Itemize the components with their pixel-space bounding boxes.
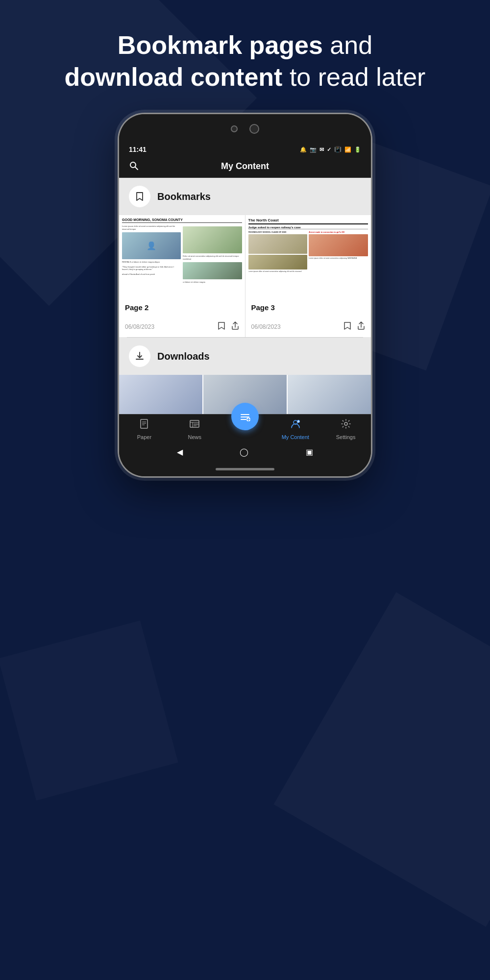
search-button[interactable]	[129, 161, 139, 172]
status-icons: 🔔 📷 ✉ ✓ 📳 📶 🔋	[300, 146, 361, 153]
wifi-icon: 📶	[344, 147, 351, 153]
np-text3: "They thought I would either go bankrupt…	[122, 266, 181, 271]
np3-col-right: Arrest made in connection to girl's OD L…	[309, 231, 368, 273]
vibrate-icon: 📳	[334, 146, 342, 153]
bookmarks-icon	[129, 186, 150, 207]
status-time: 11:41	[129, 146, 147, 153]
app-body: Bookmarks GOOD MORNING, SONOMA COUNTY Lo…	[119, 178, 371, 442]
newspaper-page3-preview: The North Coast Judge asked to reopen ra…	[245, 215, 371, 298]
volume-up-button	[118, 202, 118, 232]
news-nav-label: News	[188, 434, 201, 440]
bookmarks-title: Bookmarks	[157, 191, 211, 202]
card-thumbnail-page3: The North Coast Judge asked to reopen ra…	[245, 215, 371, 298]
np-text4: ahead of Santa Ana's front from perch	[122, 273, 181, 276]
check-icon: ✓	[327, 147, 331, 153]
back-button[interactable]: ◀	[177, 447, 183, 457]
nav-item-news[interactable]: News	[170, 418, 220, 440]
np3-masthead: The North Coast	[248, 218, 368, 224]
svg-line-1	[135, 167, 138, 170]
card-date-page3: 06/08/2023	[251, 323, 281, 330]
downloads-section-header: Downloads	[119, 338, 371, 375]
dl-thumb-1	[119, 375, 202, 414]
card-date-page2: 06/08/2023	[125, 323, 154, 330]
email-icon: ✉	[319, 147, 324, 153]
page-wrapper: Bookmark pages and download content to r…	[0, 0, 490, 980]
nav-item-settings[interactable]: Settings	[320, 418, 371, 440]
np3-text2: Lorem ipsum dolor sit amet consectetur a…	[309, 257, 368, 260]
np3-crowd-img2	[248, 255, 308, 270]
home-button[interactable]: ◯	[240, 447, 248, 457]
np3-crowd-img	[248, 234, 308, 254]
card-footer-page3: Page 3 06/08/2023	[245, 298, 371, 337]
card-thumbnail-page2: GOOD MORNING, SONOMA COUNTY Lorem ipsum …	[119, 215, 245, 298]
np-text2: RENTALS ut labore et dolore magna aliqua	[122, 261, 181, 264]
app-title: My Content	[221, 161, 269, 172]
bookmarks-section-header: Bookmarks	[119, 178, 371, 215]
cards-row: GOOD MORNING, SONOMA COUNTY Lorem ipsum …	[119, 215, 371, 337]
content-card-page3[interactable]: The North Coast Judge asked to reopen ra…	[245, 215, 371, 337]
np-house-img	[183, 226, 242, 253]
np3-label2: Arrest made in connection to girl's OD	[309, 231, 368, 233]
home-indicator	[216, 468, 274, 470]
my-content-nav-icon	[290, 418, 301, 432]
np-person-img: 👤	[122, 232, 181, 259]
my-content-nav-label: My Content	[282, 434, 309, 440]
battery-icon: 🔋	[354, 147, 361, 153]
bookmark-action-page3[interactable]	[343, 321, 351, 332]
np-col-right: Dolor sit amet consectetur adipiscing el…	[183, 225, 242, 295]
share-action-page3[interactable]	[357, 321, 365, 332]
volume-down-button	[118, 242, 118, 271]
card-actions-page2	[218, 321, 239, 332]
bookmark-action-page2[interactable]	[218, 321, 225, 332]
card-meta-page2: 06/08/2023	[125, 321, 239, 332]
nav-item-paper[interactable]: Paper	[119, 418, 170, 440]
power-button	[372, 222, 372, 261]
phone-system-nav: ◀ ◯ ▣	[119, 442, 371, 462]
phone-frame: 11:41 🔔 📷 ✉ ✓ 📳 📶 🔋 My Content	[118, 113, 372, 478]
camera-dot-large	[249, 124, 259, 134]
np-col-left: Lorem ipsum dolor sit amet consectetur a…	[122, 225, 181, 295]
np-masthead: GOOD MORNING, SONOMA COUNTY	[122, 218, 242, 223]
settings-nav-icon	[341, 418, 351, 432]
paper-nav-icon	[139, 418, 149, 432]
card-actions-page3	[343, 321, 365, 332]
settings-nav-label: Settings	[336, 434, 356, 440]
np-text6: ut labore et dolore magna	[183, 281, 242, 284]
dl-thumb-3	[288, 375, 371, 414]
bottom-nav: Paper News	[119, 414, 371, 442]
newspaper-page2-preview: GOOD MORNING, SONOMA COUNTY Lorem ipsum …	[119, 215, 245, 298]
np-landscape-img	[183, 262, 242, 279]
app-topbar: My Content	[119, 155, 371, 178]
camera-dot-small	[231, 125, 238, 132]
card-page-label-2: Page 2	[125, 303, 239, 312]
notification-icon: 🔔	[300, 147, 307, 153]
card-meta-page3: 06/08/2023	[251, 321, 366, 332]
photo-icon: 📷	[310, 147, 317, 153]
card-footer-page2: Page 2 06/08/2023	[119, 298, 245, 337]
np3-text1: Lorem ipsum dolor sit amet consectetur a…	[248, 270, 308, 273]
np-columns: Lorem ipsum dolor sit amet consectetur a…	[122, 225, 242, 295]
np3-col-left: TECHNOLOGY SCHOOL CLASS OF 2023 Lorem ip…	[248, 231, 308, 273]
recents-button[interactable]: ▣	[306, 447, 313, 457]
downloads-title: Downloads	[157, 351, 210, 362]
fab-button[interactable]	[231, 403, 259, 430]
paper-nav-label: Paper	[137, 434, 151, 440]
np-text1: Lorem ipsum dolor sit amet consectetur a…	[122, 225, 181, 230]
np3-subheader: Judge asked to reopen railway's case	[248, 226, 368, 229]
phone-bottom-notch	[119, 462, 371, 476]
np3-label1: TECHNOLOGY SCHOOL CLASS OF 2023	[248, 231, 308, 233]
phone-top-bar	[119, 114, 371, 144]
content-card-page2[interactable]: GOOD MORNING, SONOMA COUNTY Lorem ipsum …	[119, 215, 245, 337]
np3-train-img	[309, 234, 368, 256]
nav-item-my-content[interactable]: My Content	[270, 418, 320, 440]
card-page-label-3: Page 3	[251, 303, 366, 312]
np-text5: Dolor sit amet consectetur adipiscing el…	[183, 255, 242, 260]
np3-columns: TECHNOLOGY SCHOOL CLASS OF 2023 Lorem ip…	[248, 231, 368, 273]
news-nav-icon	[189, 418, 200, 432]
share-action-page2[interactable]	[231, 321, 239, 332]
svg-rect-8	[141, 419, 147, 428]
downloads-icon	[129, 345, 150, 367]
svg-point-22	[344, 422, 347, 425]
status-bar: 11:41 🔔 📷 ✉ ✓ 📳 📶 🔋	[119, 144, 371, 155]
